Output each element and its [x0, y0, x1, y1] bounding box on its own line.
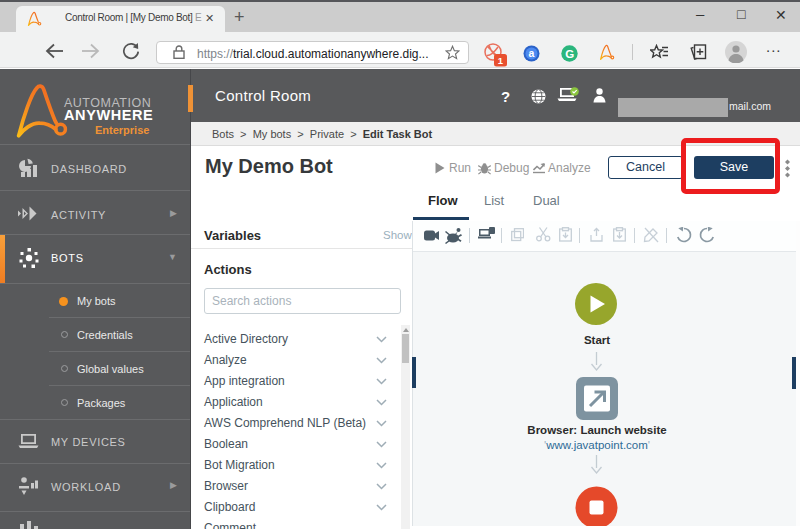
svg-text:G: G — [565, 48, 574, 60]
svg-text:1: 1 — [498, 55, 504, 66]
svg-text:a: a — [529, 47, 535, 59]
